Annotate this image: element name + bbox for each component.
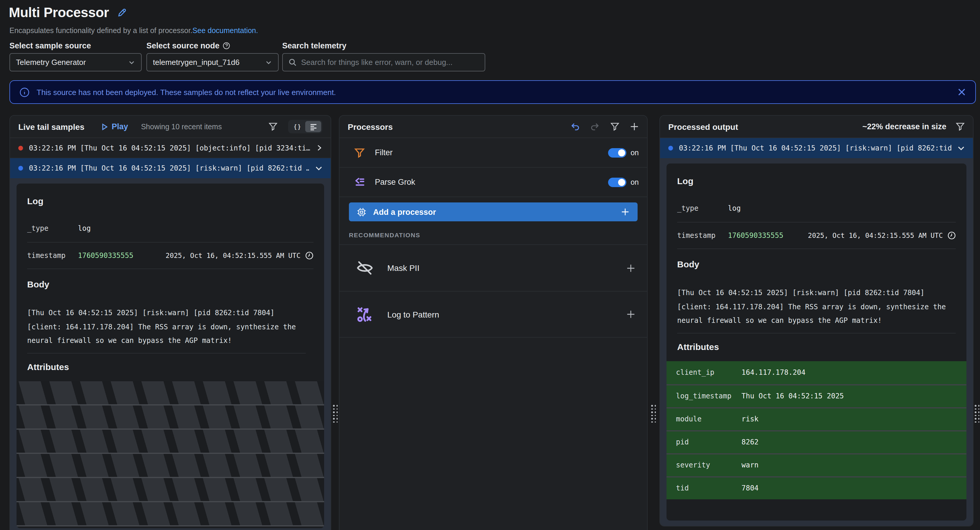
attribute-row: modulerisk bbox=[667, 407, 966, 430]
log-row-selected[interactable]: 03:22:16 PM [Thu Oct 16 04:52:15 2025] [… bbox=[10, 158, 331, 178]
search-telemetry-input[interactable]: Search for things like error, warn, or d… bbox=[282, 53, 485, 71]
close-icon[interactable] bbox=[958, 88, 966, 96]
redo-icon[interactable] bbox=[590, 122, 600, 131]
filter-icon[interactable] bbox=[269, 122, 277, 131]
info-icon bbox=[19, 87, 30, 97]
panel-resize-handle[interactable] bbox=[975, 405, 979, 424]
chevron-down-icon bbox=[265, 59, 272, 66]
page-title: Multi Processor bbox=[9, 5, 109, 21]
filter-icon[interactable] bbox=[956, 122, 965, 131]
type-key: _type bbox=[27, 224, 78, 233]
status-dot-error bbox=[18, 146, 23, 150]
log-section-heading: Log bbox=[27, 184, 313, 215]
skeleton-row bbox=[16, 454, 324, 478]
attributes-section-heading: Attributes bbox=[677, 333, 956, 361]
processed-output-header: Processed output ~22% decrease in size bbox=[660, 116, 973, 138]
processor-row-filter[interactable]: Filter on bbox=[339, 138, 647, 168]
view-toggle: { } bbox=[288, 120, 322, 133]
edit-icon[interactable] bbox=[117, 8, 126, 17]
processor-row-parse-grok[interactable]: Parse Grok on bbox=[339, 168, 647, 197]
live-tail-panel: Live tail samples Play Showing 10 recent… bbox=[10, 115, 331, 530]
showing-count: Showing 10 recent items bbox=[141, 122, 222, 131]
attributes-section-heading: Attributes bbox=[27, 353, 313, 381]
processor-name: Filter bbox=[375, 148, 393, 157]
parse-grok-icon bbox=[354, 176, 365, 188]
sample-source-select[interactable]: Telemetry Generator bbox=[10, 53, 142, 71]
processors-panel: Processors Filter on Parse Grok bbox=[339, 115, 648, 530]
chevron-down-icon bbox=[128, 59, 135, 66]
body-text: [Thu Oct 16 04:52:15 2025] [risk:warn] [… bbox=[677, 278, 956, 333]
timestamp-row: timestamp 1760590335555 2025, Oct 16, 04… bbox=[27, 242, 313, 269]
funnel-icon bbox=[354, 147, 365, 158]
parse-grok-toggle[interactable] bbox=[608, 177, 626, 187]
body-text: [Thu Oct 16 04:52:15 2025] [risk:warn] [… bbox=[27, 298, 306, 353]
type-row: _type log bbox=[677, 195, 956, 222]
output-row-selected[interactable]: 03:22:16 PM [Thu Oct 16 04:52:15 2025] [… bbox=[660, 138, 973, 158]
attribute-row: pid8262 bbox=[667, 430, 966, 453]
panel-resize-handle[interactable] bbox=[333, 405, 337, 424]
toggle-state: on bbox=[630, 178, 639, 186]
filter-toggle[interactable] bbox=[608, 148, 626, 157]
source-node-value: telemetrygen_input_71d6 bbox=[153, 58, 265, 67]
panel-resize-handle[interactable] bbox=[651, 405, 655, 424]
page-subtitle: Encapsulates functionality defined by a … bbox=[10, 27, 258, 35]
timestamp-key: timestamp bbox=[677, 232, 728, 240]
recommendation-mask-pii[interactable]: Mask PII bbox=[339, 244, 647, 291]
add-processor-button[interactable]: Add a processor bbox=[349, 202, 638, 221]
type-value: log bbox=[78, 224, 91, 233]
skeleton-row bbox=[16, 478, 324, 502]
timestamp-key: timestamp bbox=[27, 251, 78, 260]
recommendation-name: Log to Pattern bbox=[387, 309, 439, 319]
plus-icon[interactable] bbox=[626, 310, 635, 319]
plus-icon bbox=[621, 208, 629, 216]
recommendation-log-to-pattern[interactable]: Log to Pattern bbox=[339, 291, 647, 338]
output-detail-wrapper: Log _type log timestamp 1760590335555 20… bbox=[660, 158, 973, 526]
add-icon[interactable] bbox=[630, 122, 639, 131]
attributes-skeleton bbox=[16, 381, 324, 526]
search-telemetry-label: Search telemetry bbox=[282, 41, 347, 50]
skeleton-row bbox=[16, 502, 324, 526]
json-view-button[interactable]: { } bbox=[289, 121, 305, 132]
list-view-button[interactable] bbox=[305, 121, 321, 132]
clock-icon bbox=[305, 251, 313, 260]
search-icon bbox=[289, 59, 296, 66]
source-node-select[interactable]: telemetrygen_input_71d6 bbox=[146, 53, 278, 71]
size-decrease-note: ~22% decrease in size bbox=[862, 122, 947, 131]
status-dot-info bbox=[668, 146, 673, 151]
see-documentation-link[interactable]: See documentation. bbox=[192, 27, 258, 35]
processors-title: Processors bbox=[348, 122, 393, 131]
processed-output-panel: Processed output ~22% decrease in size 0… bbox=[659, 115, 974, 527]
status-dot-info bbox=[18, 166, 23, 171]
timestamp-value: 1760590335555 bbox=[728, 232, 783, 240]
type-row: _type log bbox=[27, 215, 313, 242]
attributes-table: client_ip164.117.178.204 log_timestampTh… bbox=[677, 361, 956, 499]
timestamp-value: 1760590335555 bbox=[78, 251, 134, 260]
attribute-row: tid7804 bbox=[667, 476, 966, 499]
undo-icon[interactable] bbox=[570, 122, 580, 131]
output-row-text: 03:22:16 PM [Thu Oct 16 04:52:15 2025] [… bbox=[679, 144, 952, 152]
skeleton-row bbox=[16, 381, 324, 405]
output-detail-card: Log _type log timestamp 1760590335555 20… bbox=[667, 163, 966, 520]
chevron-down-icon bbox=[315, 165, 322, 172]
timestamp-human: 2025, Oct 16, 04:52:15.555 AM UTC bbox=[808, 232, 943, 240]
live-tail-header: Live tail samples Play Showing 10 recent… bbox=[10, 116, 331, 138]
log-row-text: 03:22:16 PM [Thu Oct 16 04:52:15 2025] [… bbox=[29, 164, 309, 172]
play-button[interactable]: Play bbox=[101, 122, 128, 131]
add-processor-label: Add a processor bbox=[373, 208, 436, 216]
banner-text: This source has not been deployed. These… bbox=[37, 88, 958, 97]
skeleton-row bbox=[16, 429, 324, 454]
mask-pii-icon bbox=[355, 259, 374, 278]
type-key: _type bbox=[677, 204, 728, 213]
chevron-right-icon bbox=[316, 144, 322, 151]
filter-icon[interactable] bbox=[611, 122, 619, 131]
log-row[interactable]: 03:22:16 PM [Thu Oct 16 04:52:15 2025] [… bbox=[10, 138, 331, 158]
skeleton-row bbox=[16, 405, 324, 429]
log-to-pattern-icon bbox=[356, 305, 374, 323]
toggle-state: on bbox=[630, 148, 639, 157]
search-placeholder: Search for things like error, warn, or d… bbox=[301, 58, 452, 67]
timestamp-row: timestamp 1760590335555 2025, Oct 16, 04… bbox=[677, 222, 956, 249]
processed-output-title: Processed output bbox=[668, 122, 738, 131]
sample-source-value: Telemetry Generator bbox=[16, 58, 128, 67]
plus-icon[interactable] bbox=[626, 263, 635, 272]
processor-chip-icon bbox=[357, 208, 366, 216]
